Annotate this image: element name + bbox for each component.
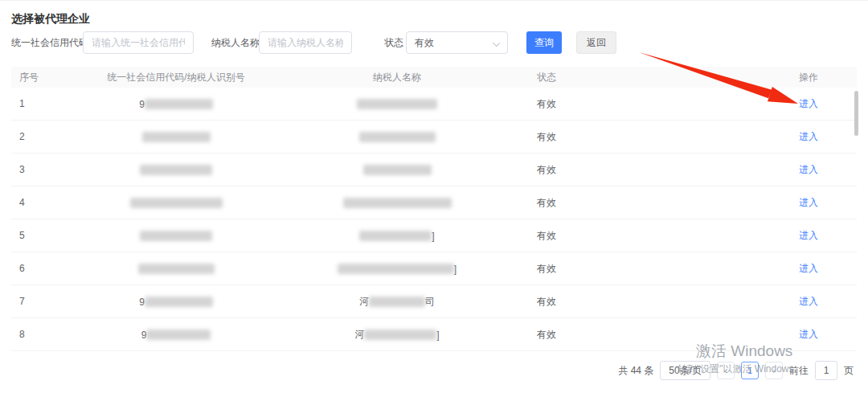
table-row: 5]有效进入 [11,219,857,252]
table-row: 4有效进入 [11,186,857,219]
goto-unit: 页 [844,364,854,378]
enter-link[interactable]: 进入 [799,230,818,241]
row-seq: 2 [11,131,84,142]
row-operation: 进入 [759,196,857,210]
status-select-value: 有效 [415,37,434,48]
row-taxpayer-name: 河司 [268,295,526,309]
row-taxpayer-name: ] [268,263,526,275]
header-credit-code: 统一社会信用代码/纳税人识别号 [84,71,268,84]
row-credit-code: 9 [84,329,268,341]
redacted-credit-code [142,132,211,142]
row-operation: 进入 [759,295,857,309]
redacted-taxpayer-name [363,165,432,175]
redacted-credit-code [138,264,215,274]
row-status: 有效 [526,130,759,144]
row-seq: 8 [11,329,84,340]
row-credit-code [84,131,268,142]
goto-page-input[interactable] [815,361,837,380]
redacted-credit-code [140,165,212,175]
row-taxpayer-name [268,131,526,142]
redacted-credit-code [146,330,211,340]
taxpayer-name-input[interactable] [259,31,352,54]
row-seq: 3 [11,164,84,175]
row-credit-code [84,230,268,241]
redacted-taxpayer-name [338,264,454,274]
code-prefix: 9 [139,98,145,109]
redacted-credit-code [130,198,223,208]
redacted-credit-code [145,297,213,307]
row-taxpayer-name [268,164,526,175]
row-credit-code: 9 [84,296,268,308]
goto-label: 前往 [789,364,809,378]
row-credit-code [84,263,268,274]
table-row: 79河司有效进入 [11,285,857,318]
prev-page-button[interactable]: ‹ [717,362,735,379]
enter-link[interactable]: 进入 [799,164,818,175]
chevron-right-icon: › [772,366,776,375]
row-operation: 进入 [759,229,857,243]
row-taxpayer-name: ] [268,230,526,242]
table-row: 19有效进入 [11,88,857,121]
row-operation: 进入 [759,130,857,144]
row-taxpayer-name: 河] [268,328,526,342]
vertical-scrollbar[interactable] [854,91,858,136]
enter-link[interactable]: 进入 [799,98,818,109]
table-row: 2有效进入 [11,121,857,154]
row-status: 有效 [526,295,759,309]
row-taxpayer-name [268,98,526,109]
table-row: 6]有效进入 [11,252,857,285]
redacted-taxpayer-name [364,330,436,340]
page-size-select[interactable]: 50条/页 [660,361,710,380]
redacted-taxpayer-name [357,99,437,109]
credit-code-input[interactable] [83,31,194,54]
row-seq: 5 [11,230,84,241]
redacted-taxpayer-name [359,132,436,142]
row-status: 有效 [526,196,759,210]
enter-link[interactable]: 进入 [799,296,818,307]
name-suffix: ] [432,230,434,241]
row-seq: 4 [11,197,84,208]
redacted-taxpayer-name [369,297,425,307]
row-credit-code [84,197,268,208]
table-header-row: 序号 统一社会信用代码/纳税人识别号 纳税人名称 状态 操作 [11,67,857,88]
enter-link[interactable]: 进入 [799,263,818,274]
credit-code-label: 统一社会信用代码 [11,31,88,54]
row-status: 有效 [526,328,759,342]
code-prefix: 9 [139,296,145,307]
row-credit-code: 9 [84,98,268,110]
redacted-credit-code [140,231,212,241]
row-status: 有效 [526,229,759,243]
name-suffix: ] [454,263,457,274]
row-taxpayer-name [268,197,526,208]
row-operation: 进入 [759,262,857,276]
name-suffix: 司 [425,296,435,307]
name-prefix: 河 [359,296,369,307]
header-status: 状态 [526,71,759,84]
page-number-button[interactable]: 1 [741,362,759,379]
row-seq: 7 [11,296,84,307]
redacted-taxpayer-name [343,198,452,208]
status-label: 状态 [384,31,403,54]
query-button[interactable]: 查询 [526,31,562,54]
enter-link[interactable]: 进入 [799,329,818,340]
next-page-button[interactable]: › [765,362,783,379]
enter-link[interactable]: 进入 [799,197,818,208]
header-taxpayer-name: 纳税人名称 [268,71,526,84]
row-operation: 进入 [759,163,857,177]
row-operation: 进入 [759,97,857,111]
results-table: 序号 统一社会信用代码/纳税人识别号 纳税人名称 状态 操作 19有效进入2有效… [11,67,857,351]
row-seq: 1 [11,98,84,109]
row-operation: 进入 [759,328,857,342]
name-suffix: ] [436,329,439,340]
back-button[interactable]: 返回 [576,31,616,54]
enter-link[interactable]: 进入 [799,131,818,142]
taxpayer-name-label: 纳税人名称 [211,31,260,54]
row-status: 有效 [526,262,759,276]
row-status: 有效 [526,163,759,177]
pagination: 共 44 条 50条/页 ‹ 1 › 前往 页 [618,361,854,380]
total-count: 共 44 条 [618,364,653,378]
chevron-down-icon [493,39,500,47]
table-body: 19有效进入2有效进入3有效进入4有效进入5]有效进入6]有效进入79河司有效进… [11,88,857,351]
redacted-taxpayer-name [359,231,432,241]
status-select[interactable]: 有效 [406,31,508,54]
